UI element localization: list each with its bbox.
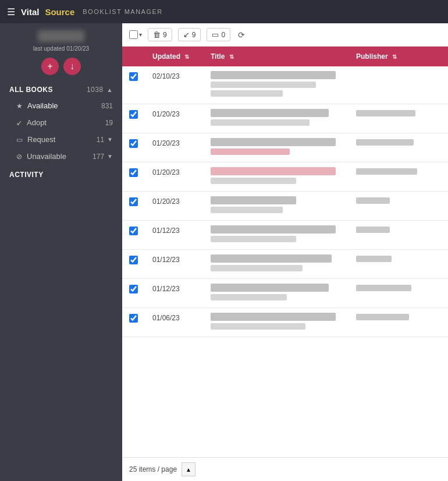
sidebar-item-adopt-left: ↙ Adopt: [16, 118, 47, 127]
sort-publisher-icon: ⇅: [392, 54, 397, 60]
books-table: Updated ⇅ Title ⇅ Publisher ⇅: [122, 47, 448, 337]
checkbox-dropdown-arrow[interactable]: ▾: [139, 31, 142, 38]
row-checkbox[interactable]: [129, 139, 138, 148]
logo-source: Source: [45, 7, 74, 17]
row-checkbox[interactable]: [129, 168, 138, 177]
sidebar-item-request[interactable]: ▭ Request 11 ▼: [0, 131, 122, 148]
sidebar-item-available-left: ★ Available: [16, 101, 58, 110]
row-date: 01/12/23: [145, 221, 204, 250]
row-select-cell: [122, 162, 145, 192]
row-title: [204, 192, 349, 221]
row-select-cell: [122, 66, 145, 104]
request-button[interactable]: ▭ 0: [207, 28, 230, 41]
row-date: 01/06/23: [145, 308, 204, 337]
star-icon: ★: [16, 102, 23, 110]
table-row: 02/10/23: [122, 66, 448, 104]
activity-section: ACTIVITY: [0, 165, 122, 182]
row-title: [204, 66, 349, 104]
row-select-cell: [122, 104, 145, 133]
trash-icon: 🗑: [153, 30, 161, 39]
delete-button[interactable]: 🗑 9: [148, 28, 172, 41]
pagination-up-button[interactable]: ▲: [182, 462, 195, 476]
select-all-wrapper: ▾: [129, 30, 142, 39]
top-navigation: ☰ VitalSource BOOKLIST MANAGER: [0, 0, 448, 23]
row-date: 02/10/23: [145, 66, 204, 104]
unavailable-icon: ⊘: [16, 153, 22, 161]
row-publisher: [349, 162, 448, 192]
row-checkbox[interactable]: [129, 227, 138, 235]
row-select-cell: [122, 250, 145, 279]
row-publisher: [349, 104, 448, 133]
request-toolbar-icon: ▭: [212, 30, 219, 39]
row-title: [204, 250, 349, 279]
sidebar-item-available[interactable]: ★ Available 831: [0, 97, 122, 114]
table-container: Updated ⇅ Title ⇅ Publisher ⇅: [122, 47, 448, 457]
row-select-cell: [122, 221, 145, 250]
row-date: 01/20/23: [145, 133, 204, 162]
table-row: 01/06/23: [122, 308, 448, 337]
download-button[interactable]: ↓: [63, 58, 81, 75]
row-checkbox[interactable]: [129, 197, 138, 206]
table-row: 01/20/23: [122, 192, 448, 221]
pagination-label: 25 items / page: [129, 465, 177, 473]
row-publisher: [349, 66, 448, 104]
row-publisher: [349, 308, 448, 337]
row-checkbox[interactable]: [129, 314, 138, 323]
sidebar-item-request-label: Request: [27, 135, 55, 144]
sort-updated-icon: ⇅: [184, 54, 189, 60]
sidebar-item-request-count: 11: [97, 136, 104, 144]
avatar: [38, 30, 84, 42]
nav-subtitle: BOOKLIST MANAGER: [83, 8, 163, 15]
last-updated: last updated 01/20/23: [33, 45, 89, 52]
request-count: 0: [221, 31, 225, 39]
all-books-section[interactable]: ALL BOOKS 1038 ▲: [0, 80, 122, 97]
row-date: 01/20/23: [145, 192, 204, 221]
hamburger-icon[interactable]: ☰: [7, 6, 15, 17]
logo-vital: Vital: [21, 7, 39, 17]
row-checkbox[interactable]: [129, 256, 138, 264]
row-checkbox[interactable]: [129, 285, 138, 293]
row-date: 01/12/23: [145, 279, 204, 308]
th-select: [122, 47, 145, 66]
sidebar-item-unavailable-left: ⊘ Unavailable: [16, 152, 66, 161]
sidebar-item-available-count: 831: [101, 102, 113, 110]
th-title[interactable]: Title ⇅: [204, 47, 349, 66]
profile-actions: + ↓: [41, 58, 81, 75]
select-all-checkbox[interactable]: [129, 30, 138, 39]
row-title: [204, 133, 349, 162]
row-publisher: [349, 192, 448, 221]
sidebar-item-adopt-label: Adopt: [27, 118, 47, 127]
sidebar-item-adopt-count: 19: [105, 119, 113, 127]
table-row: 01/20/23: [122, 162, 448, 192]
th-updated[interactable]: Updated ⇅: [145, 47, 204, 66]
table-header-row: Updated ⇅ Title ⇅ Publisher ⇅: [122, 47, 448, 66]
sidebar-profile: last updated 01/20/23 + ↓: [0, 23, 122, 80]
row-checkbox[interactable]: [129, 110, 138, 119]
all-books-count: 1038: [87, 86, 104, 94]
chevron-down-icon: ▼: [107, 136, 113, 143]
chevron-up-icon: ▲: [107, 87, 113, 93]
row-checkbox[interactable]: [129, 72, 138, 81]
row-title: [204, 308, 349, 337]
row-select-cell: [122, 192, 145, 221]
chevron-down-icon-2: ▼: [107, 153, 113, 160]
row-publisher: [349, 221, 448, 250]
row-date: 01/20/23: [145, 162, 204, 192]
add-button[interactable]: +: [41, 58, 59, 75]
sidebar-item-unavailable-label: Unavailable: [27, 152, 66, 161]
row-select-cell: [122, 308, 145, 337]
request-icon: ▭: [16, 136, 23, 144]
row-title: [204, 279, 349, 308]
table-row: 01/12/23: [122, 221, 448, 250]
main-layout: last updated 01/20/23 + ↓ ALL BOOKS 1038…: [0, 23, 448, 481]
sidebar-item-available-label: Available: [27, 101, 58, 110]
toolbar: ▾ 🗑 9 ↙ 9 ▭ 0 ⟳: [122, 23, 448, 47]
row-publisher: [349, 279, 448, 308]
sort-title-icon: ⇅: [229, 54, 234, 60]
th-publisher[interactable]: Publisher ⇅: [349, 47, 448, 66]
adopt-button[interactable]: ↙ 9: [178, 28, 201, 41]
adopt-count: 9: [192, 31, 196, 39]
refresh-button[interactable]: ⟳: [236, 29, 247, 41]
sidebar-item-adopt[interactable]: ↙ Adopt 19: [0, 114, 122, 131]
sidebar-item-unavailable[interactable]: ⊘ Unavailable 177 ▼: [0, 148, 122, 165]
